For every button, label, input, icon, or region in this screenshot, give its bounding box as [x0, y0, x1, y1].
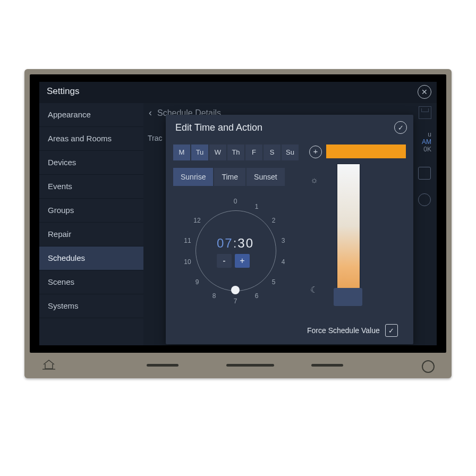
dial-tick: 5: [269, 278, 278, 286]
screen: Settings ✕ Appearance Areas and Rooms De…: [39, 82, 437, 345]
touch-panel-device: Settings ✕ Appearance Areas and Rooms De…: [24, 69, 452, 378]
sidebar-item-devices[interactable]: Devices: [39, 151, 143, 175]
offset-stepper: - +: [217, 254, 250, 268]
time-mode-tabs: Sunrise Time Sunset: [173, 168, 286, 186]
sidebar-item-groups[interactable]: Groups: [39, 199, 143, 223]
power-button[interactable]: [422, 360, 435, 373]
force-schedule-row: Force Schedule Value ✓: [307, 324, 398, 337]
background-tab-label: Trac: [148, 134, 162, 142]
day-friday[interactable]: F: [245, 144, 262, 160]
speaker-slot: [311, 364, 343, 367]
sidebar-item-areas-rooms[interactable]: Areas and Rooms: [39, 127, 143, 151]
sidebar-item-scenes[interactable]: Scenes: [39, 270, 143, 294]
dial-tick: 6: [252, 292, 261, 300]
action-color-swatch[interactable]: [326, 144, 406, 158]
dial-handle[interactable]: [231, 286, 240, 294]
speaker-slot: [147, 364, 178, 367]
offset-minus-button[interactable]: -: [217, 254, 232, 268]
offset-plus-button[interactable]: +: [235, 254, 250, 268]
color-temp-slider-track[interactable]: [337, 164, 360, 302]
day-monday[interactable]: M: [173, 144, 190, 160]
dial-tick: 12: [192, 217, 202, 224]
mode-sunrise[interactable]: Sunrise: [173, 168, 213, 186]
back-chevron-icon[interactable]: ‹: [149, 107, 152, 118]
title-bar: Settings ✕: [39, 82, 437, 101]
dial-tick: 8: [209, 292, 219, 300]
check-icon: ✓: [398, 124, 404, 132]
day-thursday[interactable]: Th: [227, 144, 244, 160]
offset-minutes: 30: [237, 236, 254, 250]
save-icon[interactable]: [419, 106, 431, 119]
moon-icon: ☾: [310, 285, 318, 295]
day-saturday[interactable]: S: [264, 144, 280, 160]
mode-time[interactable]: Time: [214, 168, 245, 186]
dial-tick: 0: [231, 198, 240, 205]
dial-tick: 2: [269, 217, 278, 224]
dial-ring: [196, 210, 276, 291]
sidebar-item-systems[interactable]: Systems: [39, 294, 143, 318]
add-action-button[interactable]: +: [309, 146, 322, 158]
dial-tick: 7: [231, 298, 240, 305]
sun-icon: ☼: [310, 175, 318, 185]
color-temp-slider-thumb[interactable]: [334, 288, 362, 306]
tool-icon[interactable]: [418, 193, 431, 206]
sidebar-item-events[interactable]: Events: [39, 175, 143, 199]
dial-tick: 10: [183, 258, 192, 266]
peek-line: u: [412, 131, 431, 138]
peek-line: AM: [412, 138, 431, 146]
side-tool-icons: [418, 167, 431, 206]
close-icon: ✕: [421, 88, 428, 96]
day-tuesday[interactable]: Tu: [191, 144, 208, 160]
offset-dial[interactable]: 0 1 2 3 4 5 6 7 8 9 10 11 12: [180, 194, 291, 306]
offset-value: 07:30: [180, 236, 291, 251]
dial-tick: 1: [252, 203, 261, 210]
sidebar-item-schedules[interactable]: Schedules: [39, 246, 143, 270]
confirm-button[interactable]: ✓: [394, 121, 407, 134]
bezel: Settings ✕ Appearance Areas and Rooms De…: [30, 74, 446, 353]
close-button[interactable]: ✕: [418, 85, 431, 99]
sidebar-item-repair[interactable]: Repair: [39, 223, 143, 246]
day-picker: M Tu W Th F S Su: [173, 144, 300, 160]
force-schedule-label: Force Schedule Value: [307, 326, 380, 335]
settings-sidebar: Appearance Areas and Rooms Devices Event…: [39, 103, 143, 345]
dial-tick: 4: [278, 258, 288, 266]
day-sunday[interactable]: Su: [282, 144, 299, 160]
day-wednesday[interactable]: W: [209, 144, 226, 160]
tool-icon[interactable]: [418, 167, 431, 180]
modal-title: Edit Time and Action: [175, 122, 262, 133]
home-icon[interactable]: [42, 359, 55, 370]
page-title: Settings: [47, 86, 79, 97]
speaker-slot: [226, 364, 274, 367]
edit-time-action-modal: Edit Time and Action ✓ M Tu W Th F S Su: [166, 115, 413, 344]
peek-line: 0K: [412, 146, 431, 153]
background-peek: u AM 0K: [412, 131, 431, 153]
offset-hours: 07: [217, 236, 233, 250]
dial-tick: 9: [192, 278, 202, 286]
mode-sunset[interactable]: Sunset: [246, 168, 285, 186]
content-area: ‹ Schedule Details Trac u AM 0K Edit Tim…: [143, 103, 437, 345]
device-bottom-bar: [30, 356, 446, 374]
sidebar-item-appearance[interactable]: Appearance: [39, 103, 143, 127]
force-schedule-checkbox[interactable]: ✓: [385, 324, 398, 337]
check-icon: ✓: [388, 327, 394, 335]
